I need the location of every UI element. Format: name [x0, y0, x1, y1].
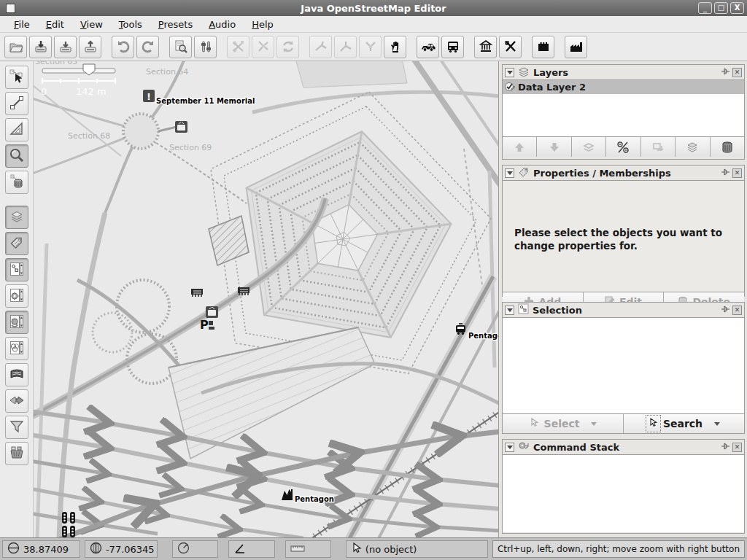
layers-list[interactable]: Data Layer 2	[503, 79, 744, 137]
delete-mode-button[interactable]	[5, 171, 28, 194]
properties-collapse-button[interactable]	[505, 168, 514, 178]
preset-bus-button[interactable]	[441, 36, 464, 58]
hatched-area	[209, 216, 249, 265]
junction2-icon	[338, 39, 353, 54]
commandstack-panel-icon	[518, 440, 530, 454]
layer-row-data-layer-2[interactable]: Data Layer 2	[503, 80, 744, 94]
menu-audio[interactable]: Audio	[202, 18, 242, 31]
search-button-panel[interactable]: Search	[624, 414, 744, 433]
commandstack-list[interactable]	[503, 454, 744, 532]
statusbar-help-text: Ctrl+up, left, down, right; move zoom wi…	[492, 540, 745, 558]
section-top-label: Section 65	[35, 61, 77, 66]
update-data-button[interactable]	[276, 36, 299, 58]
properties-close-icon[interactable]: ✕	[732, 168, 742, 178]
layers-icon	[9, 209, 25, 227]
menu-tools[interactable]: Tools	[112, 18, 149, 31]
toggle-history-panel-button[interactable]	[5, 363, 28, 386]
upload-button[interactable]	[79, 36, 101, 58]
draw-mode-button[interactable]	[5, 92, 28, 115]
undo-button[interactable]	[112, 36, 134, 58]
layer-duplicate-button[interactable]	[641, 137, 676, 157]
zoom-slider-thumb[interactable]	[83, 64, 95, 75]
search-button[interactable]	[169, 36, 192, 58]
zoom-mode-button[interactable]	[5, 144, 28, 168]
select-cursor-icon	[529, 417, 540, 430]
sticky-pin-icon[interactable]	[721, 168, 731, 179]
toggle-relations-panel-button[interactable]	[5, 284, 28, 308]
toggle-properties-panel-button[interactable]	[5, 232, 28, 255]
layer-visibility-button[interactable]	[606, 137, 640, 157]
layer-delete-button[interactable]	[711, 137, 744, 157]
properties-panel: Properties / Memberships ✕ Please select…	[502, 165, 745, 297]
scale-max-label: 142 m	[76, 86, 107, 97]
unglue-button[interactable]	[309, 36, 332, 58]
menu-file[interactable]: File	[7, 18, 36, 31]
commandstack-close-icon[interactable]: ✕	[732, 443, 742, 452]
preset-museum-button[interactable]	[474, 36, 497, 58]
preferences-button[interactable]	[194, 36, 217, 58]
section-64-label: Section 64	[146, 67, 188, 77]
select-button[interactable]: Select	[503, 414, 624, 433]
menu-edit[interactable]: Edit	[39, 18, 71, 31]
combine-way-button[interactable]	[252, 36, 274, 58]
toggle-commandstack-panel-button[interactable]	[5, 311, 28, 334]
tag-icon	[9, 235, 25, 253]
layer-list-button[interactable]	[676, 137, 710, 157]
layer-merge-button[interactable]	[572, 137, 606, 157]
commandstack-collapse-button[interactable]	[505, 443, 514, 452]
measure-mode-button[interactable]	[5, 118, 28, 141]
layer-edit-check-icon[interactable]	[504, 81, 515, 94]
longitude-value: -77.06345	[106, 544, 155, 555]
memorial-marker[interactable]: !	[143, 90, 155, 102]
window-titlebar[interactable]: Java OpenStreetMap Editor _ □ X	[0, 0, 747, 16]
sticky-pin-icon[interactable]	[721, 442, 731, 453]
memorial-label: September 11 Memorial	[156, 97, 255, 105]
layer-move-down-button[interactable]	[537, 137, 571, 157]
properties-panel-title: Properties / Memberships	[533, 168, 717, 179]
close-button[interactable]: X	[730, 2, 744, 14]
layers-panel-header: Layers ✕	[503, 65, 744, 79]
menu-presets[interactable]: Presets	[152, 18, 199, 31]
distance-field	[285, 540, 331, 558]
menu-help[interactable]: Help	[245, 18, 280, 31]
redo-icon	[141, 39, 155, 54]
layer-move-up-button[interactable]	[503, 137, 537, 157]
toggle-mappaint-panel-button[interactable]	[5, 337, 28, 360]
station-marker[interactable]	[282, 489, 293, 500]
select-mode-button[interactable]	[5, 66, 28, 89]
selection-close-icon[interactable]: ✕	[732, 306, 742, 315]
refresh-icon	[281, 39, 295, 54]
selection-panel: Selection ✕ Select Search	[502, 302, 745, 434]
toggle-selection-panel-button[interactable]	[5, 258, 28, 281]
minimize-button[interactable]: _	[698, 2, 712, 14]
selection-list[interactable]	[503, 317, 744, 414]
preset-restaurant-button[interactable]	[499, 36, 522, 58]
maximize-button[interactable]: □	[714, 2, 728, 14]
sticky-pin-icon[interactable]	[721, 67, 731, 78]
join-node-button[interactable]	[359, 36, 382, 58]
menu-view[interactable]: View	[74, 18, 109, 31]
toggle-changeset-panel-button[interactable]	[5, 442, 28, 465]
split-way-button[interactable]	[227, 36, 249, 58]
layers-panel-title: Layers	[533, 67, 717, 78]
sticky-pin-icon[interactable]	[721, 305, 731, 316]
toggle-conflict-panel-button[interactable]	[5, 389, 28, 413]
merge-node-button[interactable]	[334, 36, 357, 58]
search-cursor-icon	[648, 417, 659, 430]
layers-collapse-button[interactable]	[505, 68, 514, 77]
properties-panel-icon	[518, 166, 530, 179]
save-button[interactable]	[29, 36, 52, 58]
layers-close-icon[interactable]: ✕	[732, 68, 742, 77]
redo-button[interactable]	[136, 36, 159, 58]
toggle-filter-panel-button[interactable]	[5, 416, 28, 439]
preset-car-button[interactable]	[417, 36, 439, 58]
preset-works-button[interactable]	[565, 36, 587, 58]
hand-tool-button[interactable]	[384, 36, 406, 58]
toggle-layers-panel-button[interactable]	[5, 206, 28, 229]
download-button[interactable]	[54, 36, 77, 58]
selection-collapse-button[interactable]	[505, 306, 514, 315]
map-style-icon	[9, 340, 25, 358]
map-canvas[interactable]: 0 142 m Section 65 Section 64 Section 68…	[34, 61, 499, 537]
preset-castle-button[interactable]	[532, 36, 554, 58]
open-button[interactable]	[4, 36, 27, 58]
